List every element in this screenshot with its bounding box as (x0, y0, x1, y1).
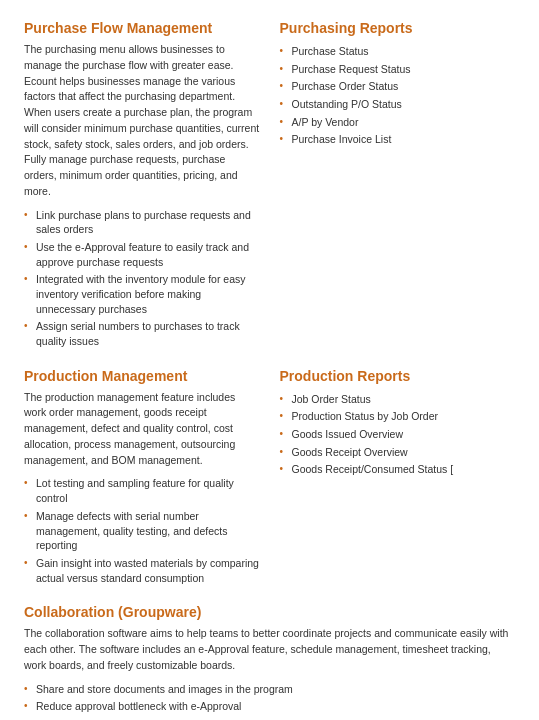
production-reports-section: Production Reports Job Order Status Prod… (280, 368, 516, 605)
list-item: Reduce approval bottleneck with e-Approv… (24, 699, 515, 714)
page: Purchase Flow Management The purchasing … (0, 0, 539, 720)
collaboration-body: The collaboration software aims to help … (24, 626, 515, 673)
purchase-flow-body: The purchasing menu allows businesses to… (24, 42, 260, 200)
list-item: Goods Issued Overview (280, 427, 516, 442)
list-item: Job Order Status (280, 392, 516, 407)
list-item: Goods Receipt/Consumed Status [ (280, 462, 516, 477)
list-item: Purchase Invoice List (280, 132, 516, 147)
list-item: Share and store documents and images in … (24, 682, 515, 697)
list-item: Link purchase plans to purchase requests… (24, 208, 260, 237)
list-item: Purchase Request Status (280, 62, 516, 77)
list-item: Use the e-Approval feature to easily tra… (24, 240, 260, 269)
list-item: Manage defects with serial number manage… (24, 509, 260, 553)
list-item: Purchase Order Status (280, 79, 516, 94)
purchase-flow-bullets: Link purchase plans to purchase requests… (24, 208, 260, 349)
list-item: A/P by Vendor (280, 115, 516, 130)
production-management-body: The production management feature includ… (24, 390, 260, 469)
list-item: Gain insight into wasted materials by co… (24, 556, 260, 585)
list-item: Outstanding P/O Status (280, 97, 516, 112)
production-reports-title: Production Reports (280, 368, 516, 384)
list-item: Lot testing and sampling feature for qua… (24, 476, 260, 505)
production-management-section: Production Management The production man… (24, 368, 260, 605)
list-item: Integrated with the inventory module for… (24, 272, 260, 316)
list-item: Purchase Status (280, 44, 516, 59)
production-management-title: Production Management (24, 368, 260, 384)
collaboration-section: Collaboration (Groupware) The collaborat… (24, 604, 515, 720)
purchasing-reports-bullets: Purchase Status Purchase Request Status … (280, 44, 516, 147)
list-item: Production Status by Job Order (280, 409, 516, 424)
production-management-bullets: Lot testing and sampling feature for qua… (24, 476, 260, 585)
purchase-flow-title: Purchase Flow Management (24, 20, 260, 36)
list-item: Goods Receipt Overview (280, 445, 516, 460)
purchase-flow-section: Purchase Flow Management The purchasing … (24, 20, 260, 368)
main-content: Purchase Flow Management The purchasing … (0, 0, 539, 720)
production-reports-bullets: Job Order Status Production Status by Jo… (280, 392, 516, 477)
collaboration-bullets: Share and store documents and images in … (24, 682, 515, 721)
purchasing-reports-title: Purchasing Reports (280, 20, 516, 36)
collaboration-title: Collaboration (Groupware) (24, 604, 515, 620)
list-item: Assign serial numbers to purchases to tr… (24, 319, 260, 348)
purchasing-reports-section: Purchasing Reports Purchase Status Purch… (280, 20, 516, 368)
